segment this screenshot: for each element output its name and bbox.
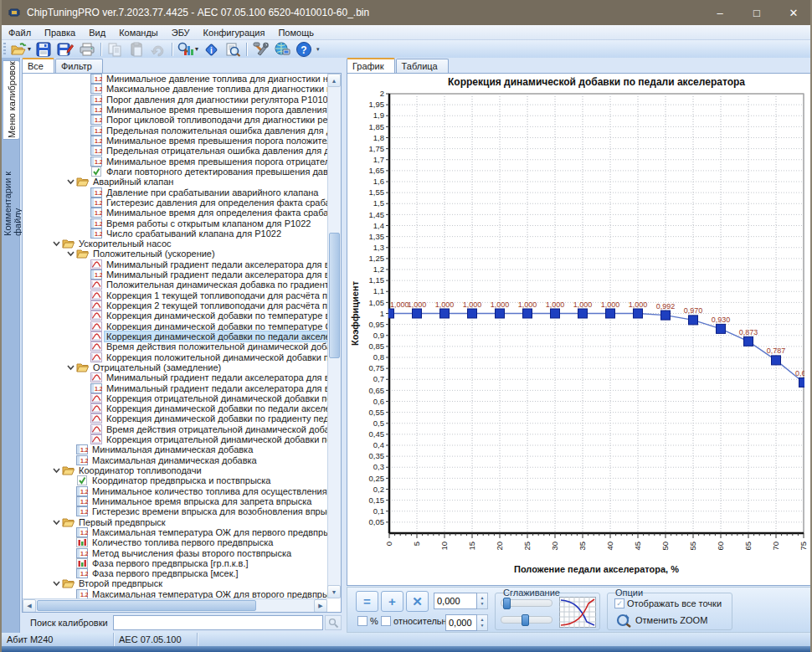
tree-item[interactable]: Минимальный градиент педали акселератора… [23, 259, 327, 270]
delete-button[interactable]: ✕ [406, 591, 429, 612]
expand-arrow-icon[interactable] [51, 580, 62, 587]
tree-item[interactable]: 1.2Минимальное время для определения фак… [23, 208, 327, 218]
tree-item[interactable]: Коррекция динамической добавки по градие… [23, 413, 327, 424]
chart-view-button[interactable] [175, 41, 197, 57]
menu-item-0[interactable]: Файл [2, 27, 38, 39]
maximize-button[interactable]: □ [738, 0, 775, 25]
tree-view[interactable]: 1.2Минимальное давление топлива для диаг… [23, 74, 327, 598]
tree-item[interactable]: 1.2Минимальная динамическая добавка [23, 444, 327, 454]
dropdown-caret-icon[interactable]: ▾ [28, 45, 31, 53]
tree-item[interactable]: Коррекция отрицательной динамической доб… [23, 393, 327, 403]
tree-item[interactable]: Координатор предвпрыска и поствпрыска [23, 475, 327, 485]
help-button[interactable]: ? [293, 41, 315, 57]
relative-spinner[interactable]: ▲▼ [477, 614, 488, 631]
preview-button[interactable] [222, 41, 244, 57]
expand-arrow-icon[interactable] [65, 178, 76, 185]
tree-item[interactable]: 1.2Максимальная температура ОЖ для второ… [23, 589, 327, 598]
tree-item[interactable]: 1.2Минимальное время превышения порога о… [23, 157, 327, 167]
cancel-zoom-button[interactable]: Отменить ZOOM [614, 612, 708, 629]
tree-item[interactable]: 1.2Давление при срабатывании аварийного … [23, 187, 327, 197]
scroll-up-icon[interactable]: ▲ [327, 74, 341, 87]
smoothing-slider-1[interactable] [501, 599, 552, 607]
tree-item[interactable]: 1.2Минимальное время превышения порога д… [23, 105, 327, 115]
tree-item[interactable]: 1.2Минимальное время превышения порога п… [23, 136, 327, 146]
close-button[interactable]: ✕ [775, 0, 812, 25]
dropdown-caret-icon[interactable]: ▾ [195, 45, 198, 53]
sidebar-tab-calibration-menu[interactable]: Меню калибровок [3, 60, 20, 140]
network-button[interactable] [271, 41, 293, 57]
equals-button[interactable]: = [356, 591, 378, 612]
tree-item[interactable]: 1.2Максимальная температура ОЖ для перво… [23, 527, 327, 537]
calibration-chart[interactable]: Коррекция динамической добавки по педали… [347, 73, 811, 586]
tree-item[interactable]: 1.2Предельная отрицательная ошибка давле… [23, 146, 327, 156]
tree-vertical-scrollbar[interactable]: ▲ ▼ [327, 74, 341, 598]
tree-item[interactable]: Коррекция 1 текущей топливоподачи для ра… [23, 290, 327, 300]
tree-item[interactable]: 1.2Гистерезис давления для определения ф… [23, 198, 327, 208]
tree-item[interactable]: 1.2Максимальное давление топлива для диа… [23, 84, 327, 94]
tree-item[interactable]: Время действия отрицательной динамическо… [23, 424, 327, 434]
save-button[interactable] [33, 41, 54, 57]
toolbar-grip[interactable] [3, 43, 6, 56]
tree-folder[interactable]: Первый предвпрыск [23, 516, 327, 526]
value-spinner[interactable]: ▲▼ [477, 593, 488, 609]
tab-all[interactable]: Все [22, 58, 54, 73]
scroll-left-icon[interactable]: ◀ [23, 599, 36, 613]
window-bottom-edge[interactable] [0, 646, 812, 652]
expand-arrow-icon[interactable] [65, 250, 76, 257]
tree-item[interactable]: 1.2Порог цикловой топливоподачи для диаг… [23, 115, 327, 125]
tree-item[interactable]: 1.2Фаза первого предвпрыска [мсек.] [23, 568, 327, 578]
tree-item[interactable]: Коррекция динамической добавки по педали… [23, 403, 327, 413]
tree-folder[interactable]: Координатор топливоподачи [23, 465, 327, 475]
show-all-points-checkbox[interactable]: ✓ [614, 598, 624, 608]
tree-item[interactable]: Фаза первого предвпрыска [гр.п.к.в.] [23, 558, 327, 568]
tree-item[interactable]: 1.2Время работы с открытым клапаном для … [23, 218, 327, 228]
search-button[interactable] [325, 615, 342, 630]
menu-item-6[interactable]: Помощь [271, 27, 321, 39]
tree-item[interactable]: 1.2Минимальное время впрыска для запрета… [23, 496, 327, 506]
expand-arrow-icon[interactable] [51, 240, 62, 247]
value-input[interactable] [434, 593, 477, 609]
tree-item[interactable]: 1.2Порог давления для диагностики регуля… [23, 95, 327, 105]
print-button[interactable] [76, 41, 98, 57]
scroll-thumb-h[interactable] [37, 600, 256, 611]
relative-checkbox[interactable] [381, 616, 391, 626]
tree-item[interactable]: Коррекция динамической добавки по темпер… [23, 321, 327, 331]
minimize-button[interactable]: – [702, 0, 738, 25]
tree-item[interactable]: Коррекция 2 текущей топливоподачи для ра… [23, 300, 327, 311]
scroll-thumb[interactable] [329, 233, 340, 358]
tree-folder[interactable]: Ускорительный насос [23, 239, 327, 249]
tree-item[interactable]: 1.2Метод вычисления фазы второго поствпр… [23, 547, 327, 557]
tree-item[interactable]: 1.2Минимальное количество топлива для ос… [23, 486, 327, 496]
tree-item[interactable]: 1.2Максимальная динамическая добавка [23, 455, 327, 465]
tree-item[interactable]: Коррекция динамической добавки по темпер… [23, 311, 327, 321]
menu-item-3[interactable]: Команды [112, 27, 165, 39]
relative-input[interactable] [445, 614, 477, 631]
tree-item[interactable]: Время действия положительной динамическо… [23, 341, 327, 352]
menu-item-5[interactable]: Конфигурация [197, 27, 272, 39]
save-as-button[interactable] [54, 41, 76, 57]
settings-button[interactable] [249, 41, 271, 57]
sidebar-tab-file-comments[interactable]: Комментарии к файлу [4, 144, 20, 236]
tree-item[interactable]: 1.2Число срабатываний клапана для P1022 [23, 228, 327, 239]
expand-arrow-icon[interactable] [51, 519, 62, 526]
tree-item[interactable]: Коррекция динамической добавки по педали… [23, 331, 327, 341]
tree-item[interactable]: 1.2Минимальный градиент педали акселерат… [23, 382, 327, 393]
expand-arrow-icon[interactable] [51, 467, 62, 474]
tab-filter[interactable]: Фильтр [55, 59, 103, 73]
menu-item-4[interactable]: ЭБУ [165, 27, 197, 39]
toolbar-overflow-icon[interactable]: ▾ [316, 46, 320, 53]
tree-folder[interactable]: Второй предвпрыск [23, 578, 327, 588]
add-button[interactable]: + [381, 591, 403, 612]
tab-graph[interactable]: График [347, 58, 395, 73]
tree-item[interactable]: 1.2Минимальное давление топлива для диаг… [23, 74, 327, 84]
open-file-button[interactable] [8, 41, 29, 57]
tree-horizontal-scrollbar[interactable]: ◀ ▶ [23, 598, 327, 612]
tree-item[interactable]: 1.2Гистерезис времени впрыска для возобн… [23, 506, 327, 516]
tab-table[interactable]: Таблица [396, 59, 449, 73]
search-input[interactable] [113, 615, 323, 630]
menu-item-2[interactable]: Вид [82, 27, 112, 39]
tree-folder[interactable]: Положительный (ускорение) [23, 249, 327, 259]
tree-folder[interactable]: Аварийный клапан [23, 177, 327, 187]
percent-checkbox[interactable] [357, 616, 367, 626]
tree-folder[interactable]: Отрицательный (замедление) [23, 362, 327, 372]
